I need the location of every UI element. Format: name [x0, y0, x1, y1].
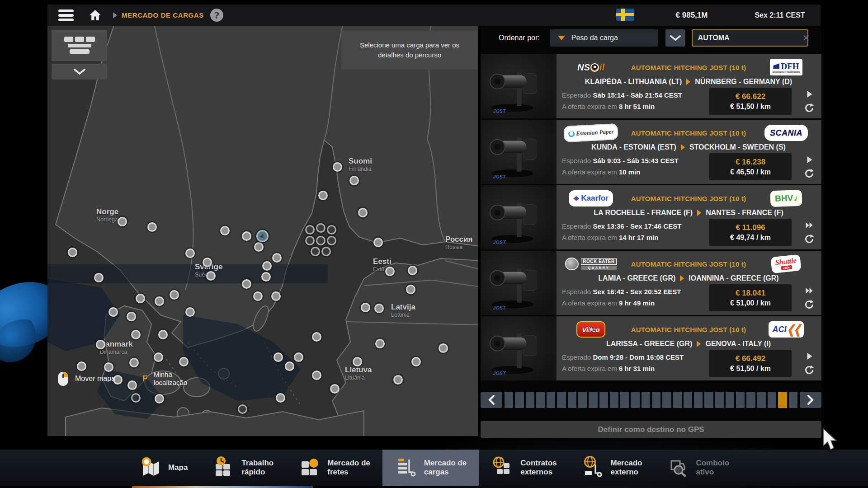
city-dot[interactable] — [406, 285, 415, 294]
city-dot[interactable] — [158, 330, 168, 339]
city-dot[interactable] — [185, 249, 195, 258]
city-dot[interactable] — [358, 208, 368, 217]
menu-icon[interactable] — [56, 9, 76, 22]
city-dot[interactable] — [203, 258, 212, 267]
home-icon[interactable] — [89, 9, 101, 21]
city-dot[interactable] — [155, 296, 164, 306]
city-dot[interactable] — [361, 303, 370, 312]
map-view-toggle-button[interactable] — [52, 30, 107, 61]
page-block[interactable] — [505, 392, 513, 408]
sort-dropdown[interactable]: Peso da carga — [550, 29, 658, 47]
page-block[interactable] — [715, 392, 724, 408]
cargo-offer-row[interactable]: JOSTROCK EATERQUARRYAUTOMATIC HITCHING J… — [481, 251, 821, 315]
city-dot[interactable] — [276, 393, 285, 403]
city-dot[interactable] — [393, 375, 403, 385]
nav-item-external-market[interactable]: Mercadoexterno — [569, 450, 655, 486]
city-dot[interactable] — [254, 242, 264, 252]
collapse-map-button[interactable] — [52, 64, 107, 80]
city-dot[interactable] — [349, 176, 359, 185]
city-dot[interactable] — [411, 357, 421, 366]
nav-item-map[interactable]: Mapa — [127, 450, 200, 486]
set-gps-destination-button[interactable]: Definir como destino no GPS — [481, 421, 821, 438]
city-dot[interactable] — [330, 384, 340, 394]
city-dot[interactable] — [272, 253, 282, 263]
city-dot[interactable] — [155, 394, 164, 404]
page-block-active[interactable] — [778, 392, 787, 408]
sort-expand-button[interactable] — [665, 29, 685, 47]
prev-page-button[interactable] — [481, 392, 502, 408]
page-block[interactable] — [599, 392, 608, 408]
page-block[interactable] — [547, 392, 555, 408]
cargo-offer-row[interactable]: JOSTNSilAUTOMATIC HITCHING JOST (10 t)DF… — [481, 54, 821, 118]
search-input[interactable] — [693, 34, 802, 42]
page-block[interactable] — [768, 392, 776, 408]
page-block[interactable] — [578, 392, 587, 408]
city-dot[interactable] — [316, 223, 326, 233]
page-block[interactable] — [652, 392, 660, 408]
city-dot[interactable] — [170, 290, 179, 300]
city-dot[interactable] — [154, 352, 163, 362]
city-dot[interactable] — [127, 312, 136, 321]
city-dot[interactable] — [373, 238, 383, 247]
city-dot[interactable] — [312, 332, 321, 342]
help-icon[interactable]: ? — [210, 9, 223, 22]
city-dot[interactable] — [94, 273, 104, 282]
page-block[interactable] — [568, 392, 576, 408]
cargo-offer-row[interactable]: JOSTKaarforAUTOMATIC HITCHING JOST (10 t… — [481, 185, 821, 249]
page-block[interactable] — [631, 392, 639, 408]
clear-search-icon[interactable]: ✕ — [802, 33, 810, 43]
city-dot[interactable] — [242, 279, 251, 289]
city-dot[interactable] — [220, 226, 230, 235]
city-dot[interactable] — [333, 162, 342, 172]
map-panel[interactable]: Selecione uma carga para ver os detalhes… — [47, 26, 478, 436]
city-dot[interactable] — [327, 225, 336, 235]
city-dot[interactable] — [408, 266, 417, 275]
city-dot[interactable] — [311, 247, 320, 256]
page-block[interactable] — [789, 392, 797, 408]
city-dot[interactable] — [385, 267, 395, 276]
nav-item-quick-job[interactable]: Trabalhorápido — [200, 450, 286, 486]
page-block[interactable] — [526, 392, 534, 408]
city-dot[interactable] — [439, 343, 448, 353]
city-dot[interactable] — [118, 217, 127, 226]
nav-item-freight-market[interactable]: Mercado defretes — [286, 450, 382, 486]
city-dot[interactable] — [262, 261, 272, 271]
page-block[interactable] — [746, 392, 755, 408]
nav-item-cargo-market[interactable]: Mercado decargas — [382, 450, 479, 486]
city-dot[interactable] — [374, 304, 384, 313]
page-block[interactable] — [673, 392, 682, 408]
page-block[interactable] — [536, 392, 545, 408]
city-dot[interactable] — [131, 393, 141, 403]
page-block[interactable] — [610, 392, 618, 408]
city-dot[interactable] — [312, 371, 321, 380]
city-dot[interactable] — [179, 357, 189, 366]
page-block[interactable] — [557, 392, 566, 408]
page-block[interactable] — [726, 392, 734, 408]
page-block[interactable] — [694, 392, 703, 408]
page-block[interactable] — [704, 392, 713, 408]
city-dot[interactable] — [305, 236, 315, 245]
city-dot[interactable] — [321, 247, 331, 256]
page-block[interactable] — [684, 392, 692, 408]
page-block[interactable] — [757, 392, 766, 408]
city-dot[interactable] — [131, 330, 141, 339]
city-dot[interactable] — [238, 404, 247, 414]
city-dot[interactable] — [274, 352, 283, 362]
page-block[interactable] — [515, 392, 524, 408]
city-dot[interactable] — [185, 307, 195, 317]
city-dot[interactable] — [253, 291, 263, 301]
city-dot[interactable] — [96, 340, 105, 349]
city-dot[interactable] — [285, 361, 294, 371]
city-dot[interactable] — [375, 339, 385, 348]
city-dot[interactable] — [129, 358, 139, 367]
city-dot[interactable] — [136, 294, 145, 303]
city-dot[interactable] — [108, 307, 118, 317]
page-block[interactable] — [662, 392, 671, 408]
city-dot[interactable] — [305, 225, 315, 235]
page-block[interactable] — [589, 392, 597, 408]
page-block[interactable] — [620, 392, 629, 408]
next-page-button[interactable] — [800, 392, 821, 408]
city-dot[interactable] — [294, 352, 303, 362]
city-dot[interactable] — [147, 222, 157, 232]
city-dot[interactable] — [353, 357, 362, 366]
